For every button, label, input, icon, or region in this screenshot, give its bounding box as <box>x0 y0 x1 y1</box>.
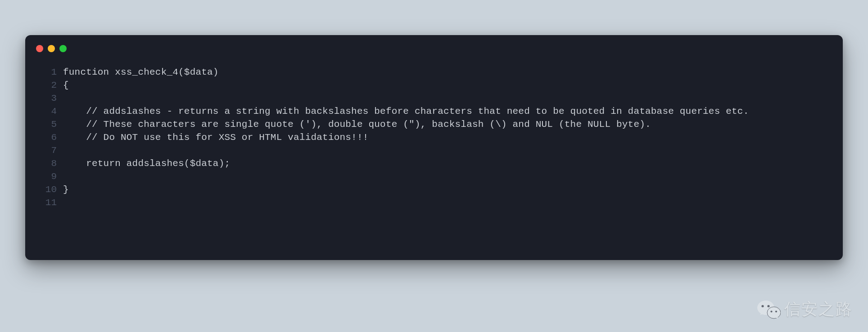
line-number: 9 <box>38 170 63 183</box>
code-line: 8 return addslashes($data); <box>38 157 830 170</box>
line-number: 4 <box>38 105 63 118</box>
code-line: 2{ <box>38 79 830 92</box>
svg-point-4 <box>770 310 772 312</box>
zoom-icon[interactable] <box>59 45 67 52</box>
code-line: 9 <box>38 170 830 183</box>
code-text: } <box>63 183 69 196</box>
close-icon[interactable] <box>36 45 43 52</box>
line-number: 8 <box>38 157 63 170</box>
line-number: 3 <box>38 92 63 105</box>
code-text: function xss_check_4($data) <box>63 66 219 79</box>
line-number: 6 <box>38 131 63 144</box>
code-line: 10} <box>38 183 830 196</box>
svg-point-2 <box>767 305 769 307</box>
code-editor-window: 1function xss_check_4($data) 2{ 3 4 // a… <box>25 35 843 260</box>
code-line: 6 // Do NOT use this for XSS or HTML val… <box>38 131 830 144</box>
wechat-icon <box>757 300 781 319</box>
code-text: { <box>63 79 69 92</box>
code-line: 7 <box>38 144 830 157</box>
svg-point-1 <box>761 305 764 307</box>
code-line: 5 // These characters are single quote (… <box>38 118 830 131</box>
code-text: return addslashes($data); <box>63 157 230 170</box>
line-number: 5 <box>38 118 63 131</box>
watermark: 信安之路 <box>757 298 853 320</box>
minimize-icon[interactable] <box>48 45 55 52</box>
line-number: 7 <box>38 144 63 157</box>
line-number: 10 <box>38 183 63 196</box>
svg-point-5 <box>775 310 777 312</box>
line-number: 2 <box>38 79 63 92</box>
svg-point-3 <box>767 307 781 319</box>
line-number: 1 <box>38 66 63 79</box>
line-number: 11 <box>38 196 63 209</box>
code-text: // addslashes - returns a string with ba… <box>63 105 749 118</box>
code-text: // Do NOT use this for XSS or HTML valid… <box>63 131 369 144</box>
code-line: 1function xss_check_4($data) <box>38 66 830 79</box>
code-text: // These characters are single quote (')… <box>63 118 651 131</box>
code-line: 11 <box>38 196 830 209</box>
watermark-text: 信安之路 <box>784 298 853 320</box>
code-line: 3 <box>38 92 830 105</box>
code-line: 4 // addslashes - returns a string with … <box>38 105 830 118</box>
window-controls <box>25 45 843 66</box>
code-area: 1function xss_check_4($data) 2{ 3 4 // a… <box>25 66 843 209</box>
